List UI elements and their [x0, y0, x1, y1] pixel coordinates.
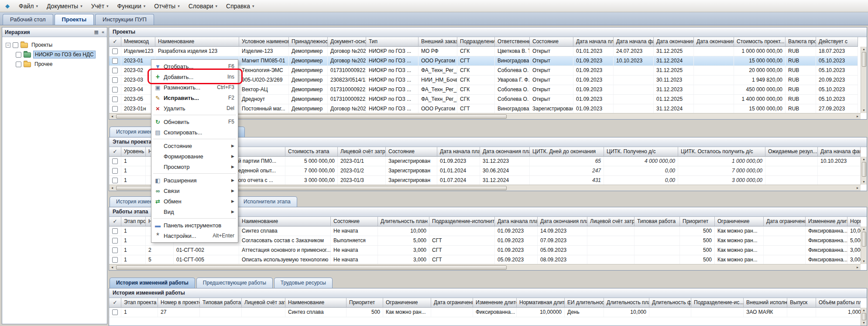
column-header[interactable]: Подразделение-исполнитель.. — [429, 217, 495, 226]
column-header[interactable]: Ограничение — [383, 298, 431, 308]
column-header[interactable]: Дата начала факт... — [614, 37, 654, 47]
column-header[interactable]: Нормативн... — [847, 217, 861, 226]
row-checkbox[interactable] — [112, 96, 118, 102]
row-checkbox[interactable] — [112, 77, 118, 83]
scroll-down-icon[interactable] — [863, 259, 865, 264]
column-header[interactable]: Стоимость этапа — [285, 147, 338, 157]
scroll-up-icon[interactable] — [863, 308, 865, 313]
column-header[interactable]: Дата окончания пл... — [654, 37, 694, 47]
tab-work-labor[interactable]: Трудовые ресурсы — [274, 278, 333, 288]
select-all-header[interactable] — [109, 217, 121, 226]
column-header[interactable]: Внешний заказчик — [419, 37, 457, 47]
column-header[interactable]: Дата начала план — [437, 147, 480, 157]
tree-checkbox[interactable] — [13, 42, 18, 48]
column-header[interactable]: Ответственный — [495, 37, 530, 47]
column-header[interactable]: Изменение длител... — [806, 217, 847, 226]
context-menu-item-filter[interactable]: Отобрать...F6 — [151, 61, 238, 72]
menu-help[interactable]: Справка — [222, 1, 258, 11]
scroll-right-icon[interactable] — [854, 185, 861, 191]
main-tab-desktop[interactable]: Рабочий стол — [3, 14, 53, 25]
context-menu-item-settings[interactable]: Настройки...Alt+Enter — [151, 230, 238, 241]
context-menu-item-formation[interactable]: Формирование — [151, 151, 238, 161]
column-header[interactable]: Типовая работа — [200, 298, 242, 308]
scroll-right-icon[interactable] — [854, 264, 861, 270]
column-header[interactable]: Стоимость проект... — [734, 37, 786, 47]
row-checkbox[interactable] — [112, 158, 118, 164]
column-header[interactable]: Длительность пла... — [604, 298, 649, 308]
context-menu-item-preview[interactable]: Просмотр — [151, 161, 238, 172]
scrollbar-thumb[interactable] — [862, 162, 866, 177]
table-row[interactable]: Изделие123Разработка изделия 123Изделие-… — [109, 47, 858, 56]
scroll-down-icon[interactable] — [863, 108, 865, 113]
column-header[interactable]: Номер в проекте — [158, 298, 200, 308]
column-header[interactable]: ЦИТК. Дней до окончания — [530, 147, 604, 157]
column-header[interactable]: Подразделение-от... — [457, 37, 495, 47]
scroll-up-icon[interactable] — [863, 157, 865, 162]
context-menu-item-state[interactable]: Состояние — [151, 141, 238, 151]
column-header[interactable]: Условное наименов... — [239, 37, 289, 47]
column-header[interactable]: Внешний исполни... — [744, 298, 787, 308]
column-header[interactable]: Ограничение — [715, 217, 764, 226]
v-scrollbar[interactable] — [861, 226, 867, 264]
expander-icon[interactable] — [6, 43, 10, 48]
scroll-up-icon[interactable] — [863, 47, 865, 52]
row-checkbox[interactable] — [112, 58, 118, 64]
column-header[interactable]: Нормативная длит... — [517, 298, 565, 308]
tab-work-history[interactable]: История изменений работы — [110, 278, 195, 288]
v-scrollbar[interactable] — [861, 157, 867, 185]
column-header[interactable]: ЦИТК. Получено д/с — [604, 147, 678, 157]
context-menu-item-exchange[interactable]: Обмен — [151, 196, 238, 206]
tab-stage-executors[interactable]: Исполнители этапа — [237, 196, 297, 207]
column-header[interactable]: Ожидаемые резул... — [765, 147, 818, 157]
context-menu-item-extensions[interactable]: Расширения — [151, 175, 238, 185]
column-header[interactable]: Дата окончания план — [480, 147, 530, 157]
column-header[interactable]: Этап проекта — [121, 298, 158, 308]
select-all-header[interactable] — [109, 147, 121, 157]
row-checkbox[interactable] — [112, 168, 118, 174]
context-menu-item-view[interactable]: Вид — [151, 206, 238, 217]
context-menu-item-add[interactable]: Добавить...Ins — [151, 72, 238, 82]
menu-dictionaries[interactable]: Словари — [185, 1, 221, 11]
column-header[interactable]: Состояние — [386, 147, 437, 157]
tree-node[interactable]: НИОКР по ГОЗ без НДС — [4, 50, 105, 59]
column-header[interactable]: Действует с — [816, 37, 858, 47]
column-header[interactable]: Состояние — [331, 217, 378, 226]
context-menu-item-edit[interactable]: Исправить...F2 — [151, 93, 238, 103]
column-header[interactable]: Лицевой счёт затрат. — [338, 147, 386, 157]
column-header[interactable]: Наименование — [285, 298, 347, 308]
menu-accounting[interactable]: Учёт — [87, 1, 113, 11]
row-checkbox[interactable] — [112, 48, 118, 54]
scrollbar-thumb[interactable] — [862, 232, 866, 247]
context-menu-item-delete[interactable]: УдалитьDel — [151, 103, 238, 113]
menu-documents[interactable]: Документы — [43, 1, 86, 11]
column-header[interactable]: Документ-основан... — [328, 37, 366, 47]
select-all-header[interactable] — [109, 37, 121, 47]
v-scrollbar[interactable] — [861, 47, 867, 113]
menu-reports[interactable]: Отчёты — [150, 1, 183, 11]
column-header[interactable]: Дата ограничения — [431, 298, 473, 308]
column-header[interactable]: Дата ограничения — [764, 217, 806, 226]
column-header[interactable]: Наименование — [155, 37, 239, 47]
column-header[interactable]: Состояние — [530, 37, 573, 47]
column-header[interactable]: Типовая работа — [635, 217, 680, 226]
column-header[interactable]: Подразделение-ис... — [691, 298, 744, 308]
tab-work-predecessors[interactable]: Предшествующие работы — [196, 278, 273, 288]
scrollbar-thumb[interactable] — [862, 52, 866, 67]
column-header[interactable]: Длительность план — [378, 217, 429, 226]
scrollbar-thumb[interactable] — [862, 313, 866, 320]
menu-functions[interactable]: Функции — [113, 1, 150, 11]
context-menu-item-duplicate[interactable]: Размножить...Ctrl+F3 — [151, 82, 238, 93]
column-header[interactable]: Уровень — [121, 147, 146, 157]
row-checkbox[interactable] — [112, 87, 118, 93]
row-checkbox[interactable] — [112, 106, 118, 112]
scroll-left-icon[interactable] — [109, 264, 115, 270]
main-tab-projects[interactable]: Проекты — [55, 14, 94, 25]
column-header[interactable]: ЕИ длительности — [565, 298, 604, 308]
column-header[interactable]: Лицевой счёт затр... — [242, 298, 285, 308]
column-header[interactable]: Объём работы пл... — [816, 298, 861, 308]
row-checkbox[interactable] — [112, 68, 118, 73]
table-row[interactable]: 127Синтез сплава500Как можно ран...Фикси… — [109, 308, 861, 317]
tree-checkbox[interactable] — [16, 62, 21, 67]
table-row[interactable]: 1501-СГТ-005Описать используемую техноло… — [109, 255, 861, 264]
column-header[interactable]: Изменение длител... — [473, 298, 517, 308]
